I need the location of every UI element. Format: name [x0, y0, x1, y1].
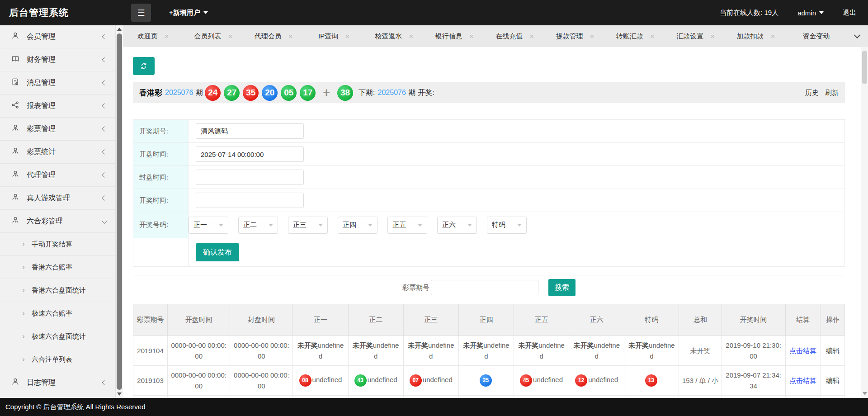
- sidebar-scrollbar[interactable]: [115, 25, 123, 398]
- sidebar-item-真人游戏管理[interactable]: 真人游戏管理: [0, 187, 115, 210]
- sidebar-item-日志管理[interactable]: 日志管理: [0, 371, 115, 394]
- sidebar-nav: 会员管理财务管理消息管理报表管理彩票管理彩票统计代理管理真人游戏管理六合彩管理手…: [0, 25, 115, 398]
- chevron-right-icon: [21, 288, 24, 292]
- chevron-left-icon: [102, 126, 107, 131]
- sidebar-item-label: 消息管理: [27, 78, 56, 88]
- tab-label: 核查返水: [375, 32, 402, 41]
- refresh-button[interactable]: [133, 57, 155, 75]
- tab-close-icon[interactable]: ×: [650, 33, 655, 40]
- sidebar-subitem-香港六合盘面统计[interactable]: 香港六合盘面统计: [0, 279, 115, 302]
- lottery-issue-link[interactable]: 2025076: [165, 89, 193, 97]
- search-input[interactable]: [431, 280, 538, 295]
- sidebar-item-财务管理[interactable]: 财务管理: [0, 48, 115, 71]
- tab-close-icon[interactable]: ×: [409, 33, 414, 40]
- sidebar-item-彩票统计[interactable]: 彩票统计: [0, 141, 115, 164]
- tab-转账汇款[interactable]: 转账汇款×: [605, 32, 665, 41]
- content-scrollbar-thumb[interactable]: [862, 51, 867, 84]
- sidebar-subitem-label: 香港六合盘面统计: [32, 286, 86, 295]
- select-正五[interactable]: 正五: [387, 217, 427, 234]
- tab-close-icon[interactable]: ×: [590, 33, 594, 40]
- sidebar-item-代理管理[interactable]: 代理管理: [0, 164, 115, 187]
- tab-IP查询[interactable]: IP查询×: [304, 32, 364, 41]
- tab-close-icon[interactable]: ×: [165, 33, 169, 40]
- table-cell: 0000-00-00 00:00:00: [230, 366, 293, 396]
- tab-close-icon[interactable]: ×: [345, 33, 349, 40]
- sidebar-item-会员管理[interactable]: 会员管理: [0, 25, 115, 48]
- search-label: 彩票期号: [402, 284, 429, 292]
- settle-link[interactable]: 点击结算: [789, 347, 816, 355]
- next-issue-link[interactable]: 2025076: [378, 89, 406, 97]
- scroll-down-arrow-icon[interactable]: [117, 392, 122, 396]
- tab-代理会员[interactable]: 代理会员×: [244, 32, 304, 41]
- tab-提款管理[interactable]: 提款管理×: [545, 32, 605, 41]
- tab-close-icon[interactable]: ×: [529, 33, 534, 40]
- search-button[interactable]: 搜索: [548, 279, 576, 296]
- sidebar-subitem-香港六合赔率[interactable]: 香港六合赔率: [0, 256, 115, 279]
- tabs-overflow-button[interactable]: [846, 25, 868, 47]
- tab-close-icon[interactable]: ×: [710, 33, 715, 40]
- sidebar-subitem-手动开奖结算[interactable]: 手动开奖结算: [0, 233, 115, 256]
- logout-button[interactable]: 退出: [843, 9, 856, 17]
- tab-核查返水[interactable]: 核查返水×: [364, 32, 424, 41]
- table-cell: 2019-09-07 21:34:34: [722, 366, 785, 396]
- chevron-down-icon: [318, 224, 323, 227]
- tab-close-icon[interactable]: ×: [469, 33, 474, 40]
- sidebar-scrollbar-thumb[interactable]: [117, 33, 122, 390]
- history-link[interactable]: 历史: [805, 89, 819, 97]
- tab-在线充值[interactable]: 在线充值×: [485, 32, 545, 41]
- scroll-up-arrow-icon[interactable]: [117, 28, 122, 31]
- form-label-empty: [133, 238, 189, 266]
- chevron-down-icon: [517, 224, 522, 227]
- sidebar-item-消息管理[interactable]: 消息管理: [0, 71, 115, 95]
- sidebar-subitem-label: 香港六合赔率: [32, 263, 72, 272]
- hamburger-icon: ☰: [137, 8, 145, 18]
- refresh-link[interactable]: 刷新: [825, 89, 839, 97]
- tab-银行信息[interactable]: 银行信息×: [425, 32, 485, 41]
- confirm-publish-button[interactable]: 确认发布: [196, 243, 239, 261]
- sidebar-subitem-label: 六合注单列表: [32, 355, 72, 364]
- hamburger-menu-button[interactable]: ☰: [131, 4, 151, 22]
- sidebar-subitem-极速六合盘面统计[interactable]: 极速六合盘面统计: [0, 325, 115, 348]
- add-user-dropdown[interactable]: +新增用户: [169, 9, 208, 17]
- tab-会员列表[interactable]: 会员列表×: [183, 32, 243, 41]
- form-input-封盘时间:[interactable]: [196, 170, 304, 185]
- admin-dropdown[interactable]: admin: [797, 9, 824, 17]
- sidebar-item-报表管理[interactable]: 报表管理: [0, 95, 115, 118]
- form-input-开盘时间:[interactable]: [196, 147, 304, 162]
- tab-close-icon[interactable]: ×: [288, 33, 293, 40]
- select-正一[interactable]: 正一: [189, 217, 228, 234]
- chevron-down-icon: [203, 11, 208, 14]
- tab-欢迎页[interactable]: 欢迎页×: [123, 32, 183, 41]
- edit-link[interactable]: 编辑: [826, 347, 840, 355]
- form-input-开奖时间:[interactable]: [196, 193, 304, 208]
- chevron-left-icon: [102, 172, 107, 177]
- chevron-down-icon: [219, 224, 223, 227]
- tab-汇款设置[interactable]: 汇款设置×: [665, 32, 726, 41]
- tab-close-icon[interactable]: ×: [228, 33, 233, 40]
- scroll-down-arrow-icon[interactable]: [863, 392, 867, 395]
- tab-label: 资金变动: [802, 32, 830, 41]
- tab-label: 在线充值: [495, 32, 523, 41]
- select-正二[interactable]: 正二: [238, 217, 278, 234]
- select-正四[interactable]: 正四: [338, 217, 377, 234]
- select-特码[interactable]: 特码: [487, 217, 527, 234]
- tab-加款扣款[interactable]: 加款扣款×: [726, 32, 786, 41]
- tab-close-icon[interactable]: ×: [770, 33, 775, 40]
- sidebar-item-彩票管理[interactable]: 彩票管理: [0, 118, 115, 141]
- table-cell: 未开奖undefined: [624, 336, 679, 366]
- sidebar-subitem-六合注单列表[interactable]: 六合注单列表: [0, 348, 115, 371]
- sidebar-item-六合彩管理[interactable]: 六合彩管理: [0, 210, 115, 233]
- form-input-开奖期号:[interactable]: [196, 123, 304, 139]
- table-cell: 07undefined: [403, 366, 458, 396]
- result-ball: 13: [645, 374, 657, 387]
- sidebar-item-label: 六合彩管理: [27, 217, 63, 226]
- tab-资金变动[interactable]: 资金变动: [786, 32, 846, 41]
- select-正三[interactable]: 正三: [288, 217, 328, 234]
- content-scrollbar[interactable]: [861, 47, 868, 398]
- sidebar-subitem-极速六合赔率[interactable]: 极速六合赔率: [0, 302, 115, 325]
- settle-link[interactable]: 点击结算: [789, 377, 816, 384]
- chevron-left-icon: [102, 57, 107, 62]
- table-cell: 08undefined: [293, 366, 348, 396]
- select-正六[interactable]: 正六: [437, 217, 477, 234]
- edit-link[interactable]: 编辑: [826, 377, 840, 384]
